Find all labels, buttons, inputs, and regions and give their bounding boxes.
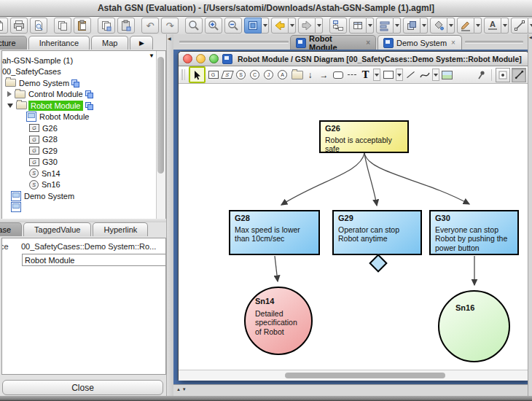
note-tool[interactable] (332, 69, 344, 81)
close-tab-icon[interactable]: × (451, 39, 455, 47)
tree-item-g30[interactable]: G G30 (2, 157, 156, 168)
curve-tool-caret[interactable] (432, 69, 439, 81)
forward-caret[interactable] (316, 17, 323, 34)
tree-scrollbar-thumb[interactable] (157, 57, 164, 174)
fit-to-window-button[interactable] (244, 17, 262, 34)
tree-item-sn14[interactable]: S Sn14 (2, 168, 156, 179)
rectangle-tool[interactable] (382, 69, 394, 81)
diagram-structure-button[interactable] (329, 17, 347, 34)
tree-menu-icon[interactable]: ▼ (149, 52, 154, 59)
print-preview-button[interactable] (30, 17, 47, 34)
text-tool[interactable]: T (359, 69, 372, 81)
doc-tab-robot-module[interactable]: Robot Module × (290, 35, 376, 50)
back-caret[interactable] (289, 17, 296, 34)
font-color-caret[interactable] (501, 17, 509, 34)
assumption-tool[interactable]: A (276, 69, 289, 81)
minimize-window-icon[interactable] (196, 54, 206, 63)
paste-style-button[interactable] (117, 17, 135, 34)
tree-item-g26[interactable]: G G26 (2, 122, 156, 134)
tree-item-clipped[interactable] (2, 202, 156, 214)
redo-button[interactable]: ↷ (161, 17, 179, 34)
table-button[interactable] (349, 17, 367, 34)
rectangle-tool-caret[interactable] (396, 69, 403, 81)
line-button[interactable] (511, 17, 528, 34)
paste-button[interactable] (74, 17, 91, 34)
strategy-tool[interactable]: S (221, 69, 233, 81)
close-tab-icon[interactable]: × (366, 39, 370, 47)
tab-hyperlink[interactable]: Hyperlink (93, 222, 148, 236)
copy-style-button[interactable] (98, 17, 115, 34)
copy-button[interactable] (54, 17, 71, 34)
close-button[interactable]: Close (2, 380, 163, 395)
line-caret[interactable] (528, 17, 532, 34)
tree-item-demo-system-folder[interactable]: Demo System (2, 77, 156, 89)
goal-node-g29[interactable]: G29 Operator can stop Robot anytime (332, 210, 422, 255)
solution-node-sn14[interactable]: Sn14 Detailed specification of Robot (244, 287, 313, 355)
right-collapse-strip[interactable]: ◀ (528, 34, 532, 396)
scroll-down-icon[interactable]: ▼ (182, 387, 187, 392)
diagram-hscrollbar-thumb[interactable] (285, 373, 445, 378)
depth-arrangement-caret[interactable] (420, 17, 428, 34)
alignment-caret[interactable] (394, 17, 401, 34)
line-tool[interactable] (404, 69, 417, 81)
solution-tool[interactable]: S (235, 69, 247, 81)
tree-item-robot-module-folder[interactable]: Robot Module (2, 100, 156, 112)
pointer-mode-button[interactable] (496, 68, 510, 82)
close-window-icon[interactable] (183, 54, 192, 63)
collapse-left-icon[interactable]: ◀ (168, 36, 171, 41)
tree-item-g29[interactable]: G G29 (2, 145, 156, 157)
tab-taggedvalue[interactable]: TaggedValue (23, 222, 91, 236)
tree-item-sn16[interactable]: S Sn16 (2, 179, 156, 191)
table-caret[interactable] (367, 17, 374, 34)
tab-overflow-button[interactable]: ▶ (130, 36, 153, 50)
image-tool[interactable] (441, 69, 453, 81)
tab-inheritance[interactable]: Inheritance (28, 36, 90, 50)
tree-item-robot-module-diagram[interactable]: Robot Module (2, 112, 156, 123)
scroll-up-icon[interactable]: ▲ (176, 387, 181, 392)
diagram-window-titlebar[interactable]: Robot Module / GSN Diagram [00_SafetyCas… (179, 52, 528, 66)
fill-color-caret[interactable] (447, 17, 455, 34)
line-shape-button[interactable] (512, 68, 526, 82)
tree-item-g28[interactable]: G G28 (2, 134, 156, 146)
diagram-window[interactable]: Robot Module / GSN Diagram [00_SafetyCas… (178, 51, 528, 381)
context-tool[interactable]: C (249, 69, 261, 81)
diagram-canvas[interactable]: G26 Robot is acceptably safe G28 Max spe… (179, 84, 528, 370)
curve-tool[interactable] (418, 69, 431, 81)
solution-node-sn16[interactable]: Sn16 (438, 290, 510, 362)
tab-structure[interactable]: Structure (0, 36, 27, 50)
goal-node-g30[interactable]: G30 Everyone can stop Robot by pushing t… (429, 210, 519, 255)
tree-item-demo-system-diagram[interactable]: Demo System (2, 190, 156, 202)
doc-tab-demo-system[interactable]: Demo System × (378, 35, 462, 50)
zoom-out-button[interactable] (224, 17, 242, 34)
undo-button[interactable]: ↶ (141, 17, 159, 34)
goal-node-g28[interactable]: G28 Max speed is lower than 10cm/sec (229, 210, 320, 255)
tree-item-project[interactable]: Astah-GSN-Sample (1) (2, 55, 156, 66)
name-field[interactable] (22, 254, 166, 266)
collapsed-arrow-icon[interactable] (7, 91, 12, 97)
in-context-of-tool[interactable]: → (318, 69, 330, 81)
alignment-button[interactable] (376, 17, 394, 34)
zoom-in-button[interactable] (205, 17, 222, 34)
forward-button[interactable] (298, 17, 316, 34)
depth-arrangement-button[interactable] (403, 17, 420, 34)
font-color-button[interactable]: A (484, 17, 501, 34)
print-button[interactable] (10, 17, 28, 34)
collapse-left-icon[interactable]: ◀ (529, 35, 532, 39)
fit-to-window-caret[interactable] (262, 17, 269, 34)
justification-tool[interactable]: J (262, 69, 275, 81)
module-tool[interactable] (290, 69, 302, 81)
window-titlebar[interactable]: Astah GSN (Evaluation) - [/Users/satomi/… (0, 0, 532, 17)
anchor-tool[interactable] (345, 69, 358, 81)
zoom-window-icon[interactable] (209, 54, 219, 63)
select-tool[interactable] (189, 66, 206, 83)
undeveloped-marker[interactable] (369, 254, 387, 272)
document-button[interactable] (0, 17, 8, 34)
supported-by-tool[interactable]: ↓ (304, 69, 316, 81)
tree-item-safetycases[interactable]: 00_SafetyCases (2, 66, 156, 78)
tab-base[interactable]: Base (0, 222, 22, 236)
tree-item-control-module-folder[interactable]: Control Module (2, 89, 156, 101)
expanded-arrow-icon[interactable] (7, 104, 13, 108)
goal-node-g26[interactable]: G26 Robot is acceptably safe (319, 120, 409, 153)
stroke-color-caret[interactable] (474, 17, 482, 34)
stroke-color-button[interactable] (457, 17, 474, 34)
